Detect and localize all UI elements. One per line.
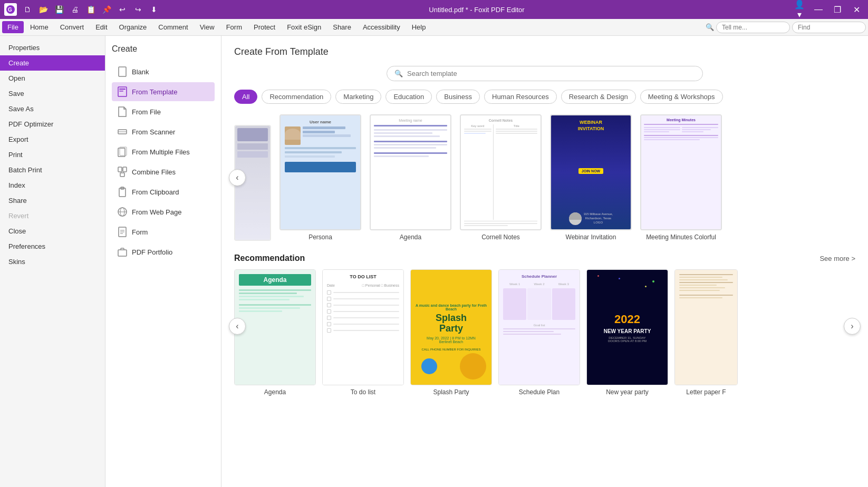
blank-icon (117, 66, 128, 77)
create-from-webpage-label: From Web Page (132, 208, 181, 216)
save-btn[interactable]: 💾 (52, 2, 66, 17)
menu-organize[interactable]: Organize (114, 21, 152, 33)
template-icon (117, 86, 128, 97)
sidebar-item-save[interactable]: Save (0, 86, 105, 101)
create-blank-label: Blank (132, 68, 149, 76)
create-from-webpage[interactable]: From Web Page (112, 202, 215, 221)
rec-card-todo[interactable]: TO DO LIST Date □ Personal □ Business (322, 269, 404, 396)
portfolio-icon (117, 247, 128, 257)
rec-label-agenda: Agenda (234, 388, 316, 396)
rec-card-letter[interactable]: Letter paper F (674, 269, 738, 396)
menu-help[interactable]: Help (407, 21, 431, 33)
sidebar-item-batchprint[interactable]: Batch Print (0, 162, 105, 178)
rec-card-schedule[interactable]: Schedule Planner Week 1 Week 2 Week 3 (498, 269, 580, 396)
menu-accessibility[interactable]: Accessibility (358, 21, 406, 33)
sidebar-item-index[interactable]: Index (0, 178, 105, 193)
menu-file[interactable]: File (2, 21, 24, 33)
filter-marketing[interactable]: Marketing (335, 90, 381, 104)
account-btn[interactable]: 👤 ▾ (792, 2, 807, 17)
sidebar-label-create: Create (8, 59, 29, 67)
filter-meeting[interactable]: Meeting & Workshops (640, 90, 723, 104)
rec-next-btn[interactable]: › (844, 318, 861, 335)
sidebar-item-open[interactable]: Open (0, 71, 105, 86)
rec-row: Agenda Agenda (234, 269, 855, 396)
create-from-file[interactable]: From File (112, 102, 215, 121)
menu-share[interactable]: Share (327, 21, 356, 33)
rec-label-schedule: Schedule Plan (498, 388, 580, 396)
menu-convert[interactable]: Convert (55, 21, 90, 33)
create-combine[interactable]: Combine Files (112, 162, 215, 181)
featured-card-agenda[interactable]: Meeting name Agenda (370, 114, 451, 241)
create-from-clipboard[interactable]: From Clipboard (112, 182, 215, 201)
sidebar-item-create[interactable]: Create (0, 55, 105, 71)
menu-edit[interactable]: Edit (90, 21, 112, 33)
undo-btn[interactable]: ↩ (115, 2, 130, 17)
create-from-multiple[interactable]: From Multiple Files (112, 142, 215, 161)
sidebar-label-save: Save (8, 90, 24, 98)
more-btn[interactable]: ⬇ (147, 2, 161, 17)
sidebar-item-print[interactable]: Print (0, 147, 105, 162)
filter-business[interactable]: Business (436, 90, 480, 104)
rec-prev-btn[interactable]: ‹ (229, 318, 246, 335)
menu-esign[interactable]: Foxit eSign (282, 21, 326, 33)
create-from-template[interactable]: From Template (112, 82, 215, 101)
menu-home[interactable]: Home (25, 21, 54, 33)
svg-text:G: G (8, 7, 12, 13)
create-blank[interactable]: Blank (112, 62, 215, 81)
search-icon: 🔍 (706, 23, 714, 31)
create-portfolio[interactable]: PDF Portfolio (112, 242, 215, 261)
redo-btn[interactable]: ↪ (131, 2, 146, 17)
minimize-btn[interactable]: — (811, 2, 826, 17)
rec-card-newyear[interactable]: 2022 NEW YEAR PARTY DECEMBER 31, SUNDAYD… (586, 269, 668, 396)
create-form[interactable]: Form (112, 222, 215, 241)
create-from-scanner[interactable]: From Scanner (112, 122, 215, 141)
menu-comment[interactable]: Comment (153, 21, 193, 33)
webpage-icon (117, 207, 128, 217)
main-layout: Properties Create Open Save Save As PDF … (0, 36, 868, 487)
svg-rect-4 (119, 89, 126, 90)
paste-btn[interactable]: 📌 (99, 2, 114, 17)
menu-protect[interactable]: Protect (248, 21, 281, 33)
featured-label-persona: Persona (279, 233, 361, 241)
menu-form[interactable]: Form (221, 21, 247, 33)
multiple-files-icon (117, 147, 128, 157)
menu-view[interactable]: View (195, 21, 220, 33)
new-btn[interactable]: 🗋 (20, 2, 35, 17)
sidebar-item-saveas[interactable]: Save As (0, 101, 105, 116)
sidebar-label-pdfoptimizer: PDF Optimizer (8, 120, 53, 128)
sidebar-item-export[interactable]: Export (0, 132, 105, 147)
sidebar-item-preferences[interactable]: Preferences (0, 239, 105, 254)
featured-card-cornell[interactable]: Cornell Notes Key word Title (460, 114, 542, 241)
filter-all[interactable]: All (234, 90, 257, 104)
search-template-input[interactable] (407, 70, 695, 77)
sidebar-item-skins[interactable]: Skins (0, 254, 105, 269)
create-from-multiple-label: From Multiple Files (132, 148, 190, 156)
sidebar-item-share[interactable]: Share (0, 193, 105, 208)
featured-card-meetingmin[interactable]: Meeting Minutes (640, 114, 722, 241)
create-combine-label: Combine Files (132, 168, 176, 176)
maximize-btn[interactable]: ❐ (830, 2, 845, 17)
rec-card-agenda[interactable]: Agenda Agenda (234, 269, 316, 396)
filter-research[interactable]: Research & Design (561, 90, 636, 104)
find-input[interactable] (792, 22, 866, 33)
filter-education[interactable]: Education (385, 90, 432, 104)
sidebar-item-properties[interactable]: Properties (0, 40, 105, 55)
recommendation-title: Recommendation (234, 254, 305, 263)
filter-recommendation[interactable]: Recommendation (262, 90, 331, 104)
open-btn[interactable]: 📂 (36, 2, 51, 17)
close-btn[interactable]: ✕ (849, 2, 864, 17)
copy-btn[interactable]: 📋 (83, 2, 98, 17)
sidebar-item-pdfoptimizer[interactable]: PDF Optimizer (0, 116, 105, 132)
tell-me-input[interactable] (716, 22, 790, 33)
featured-prev-btn[interactable]: ‹ (229, 169, 246, 186)
featured-card-persona[interactable]: User name (279, 114, 361, 241)
featured-card-webinar[interactable]: WEBINARINVITATION JOIN NOW 315 Milbase A… (550, 114, 632, 241)
filter-hr[interactable]: Human Resources (484, 90, 557, 104)
print-btn[interactable]: 🖨 (67, 2, 82, 17)
sidebar-item-revert: Revert (0, 208, 105, 223)
rec-card-splash[interactable]: A music and dance beach party for Freih … (410, 269, 492, 396)
see-more-link[interactable]: See more > (819, 255, 855, 262)
sidebar-item-close[interactable]: Close (0, 223, 105, 239)
window-title: Untitled.pdf * - Foxit PDF Editor (429, 6, 524, 14)
create-from-file-label: From File (132, 108, 161, 116)
